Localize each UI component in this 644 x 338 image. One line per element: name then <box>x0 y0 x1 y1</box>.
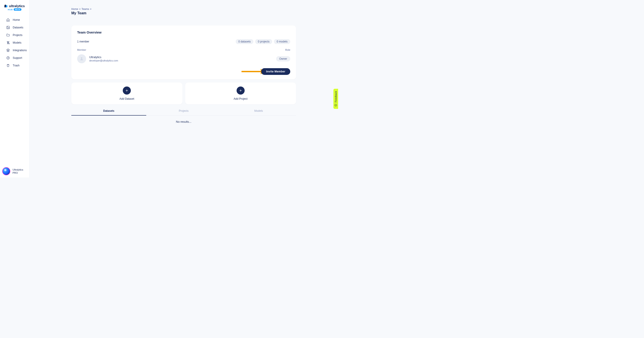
home-icon <box>6 18 10 22</box>
svg-point-5 <box>335 105 336 105</box>
svg-point-1 <box>8 27 8 27</box>
svg-point-6 <box>336 105 336 105</box>
breadcrumb-sep: > <box>90 8 92 10</box>
tab-projects[interactable]: Projects <box>146 107 221 115</box>
team-overview-card: Team Overview 1 member 0 datasets 0 proj… <box>71 26 296 79</box>
sidebar-item-label: Projects <box>13 34 22 37</box>
page-title: My Team <box>71 11 296 15</box>
column-role: Role <box>285 48 290 51</box>
sidebar-item-label: Integrations <box>13 49 27 52</box>
image-icon <box>6 26 10 29</box>
add-project-label: Add Project <box>234 97 248 100</box>
sidebar-item-label: Home <box>13 18 20 22</box>
add-project-card[interactable]: Add Project <box>185 82 296 104</box>
main-content: Home > Teams > My Team Team Overview 1 m… <box>30 0 338 178</box>
tab-datasets[interactable]: Datasets <box>71 107 146 116</box>
breadcrumb: Home > Teams > <box>71 8 296 10</box>
sidebar-item-home[interactable]: Home <box>0 16 29 24</box>
card-title: Team Overview <box>77 30 290 34</box>
tabs: Datasets Projects Models <box>71 107 296 116</box>
brand-hub: HUB <box>8 8 13 11</box>
sidebar: ultralytics HUB BETA Home Datasets Proje… <box>0 0 30 178</box>
breadcrumb-sep: > <box>79 8 81 10</box>
beta-badge: BETA <box>14 8 22 11</box>
sidebar-item-projects[interactable]: Projects <box>0 31 29 39</box>
breadcrumb-teams[interactable]: Teams <box>82 8 89 10</box>
sidebar-item-models[interactable]: Models <box>0 39 29 46</box>
column-member: Member <box>77 48 86 51</box>
svg-rect-0 <box>7 26 10 29</box>
sidebar-item-label: Models <box>13 41 22 44</box>
sidebar-item-trash[interactable]: Trash <box>0 62 29 69</box>
sidebar-item-label: Support <box>13 56 22 60</box>
sidebar-item-integrations[interactable]: Integrations <box>0 46 29 54</box>
no-results: No results... <box>71 120 296 124</box>
command-icon <box>6 41 10 44</box>
invite-member-button[interactable]: Invite Member <box>261 68 290 75</box>
profile-name: Ultralytics <box>12 168 23 171</box>
sidebar-nav: Home Datasets Projects Models Integratio… <box>0 16 29 69</box>
avatar <box>2 167 10 175</box>
plus-icon <box>123 86 131 94</box>
member-avatar-icon <box>77 54 86 63</box>
member-email: developer@ultralytics.com <box>89 59 118 62</box>
member-count: 1 member <box>77 40 89 43</box>
tab-models[interactable]: Models <box>221 107 296 115</box>
svg-point-3 <box>8 58 8 59</box>
stat-models: 0 models <box>274 39 290 44</box>
feedback-tab[interactable]: Feedback <box>334 89 338 109</box>
logo-mark-icon <box>4 4 8 8</box>
profile-plan: PRO <box>12 171 23 174</box>
brand-logo[interactable]: ultralytics HUB BETA <box>0 4 29 11</box>
sidebar-item-support[interactable]: Support <box>0 54 29 62</box>
sidebar-item-label: Trash <box>13 64 20 67</box>
trash-icon <box>6 64 10 67</box>
member-row: Ultralytics developer@ultralytics.com Ow… <box>77 54 290 63</box>
add-dataset-card[interactable]: Add Dataset <box>71 82 182 104</box>
layers-icon <box>6 48 10 52</box>
sidebar-item-datasets[interactable]: Datasets <box>0 24 29 31</box>
sidebar-profile[interactable]: Ultralytics PRO <box>2 167 23 175</box>
member-name: Ultralytics <box>89 56 118 59</box>
smile-icon <box>334 104 337 107</box>
stat-datasets: 0 datasets <box>236 39 253 44</box>
stat-projects: 0 projects <box>255 39 272 44</box>
svg-point-4 <box>335 104 337 106</box>
feedback-label: Feedback <box>334 91 337 102</box>
sidebar-item-label: Datasets <box>13 26 23 29</box>
annotation-arrow-icon <box>242 71 262 72</box>
help-icon <box>6 56 10 60</box>
breadcrumb-home[interactable]: Home <box>71 8 78 10</box>
plus-icon <box>236 86 245 94</box>
member-role: Owner <box>276 56 290 62</box>
add-dataset-label: Add Dataset <box>120 97 134 100</box>
folder-icon <box>6 33 10 37</box>
brand-name: ultralytics <box>9 4 25 8</box>
